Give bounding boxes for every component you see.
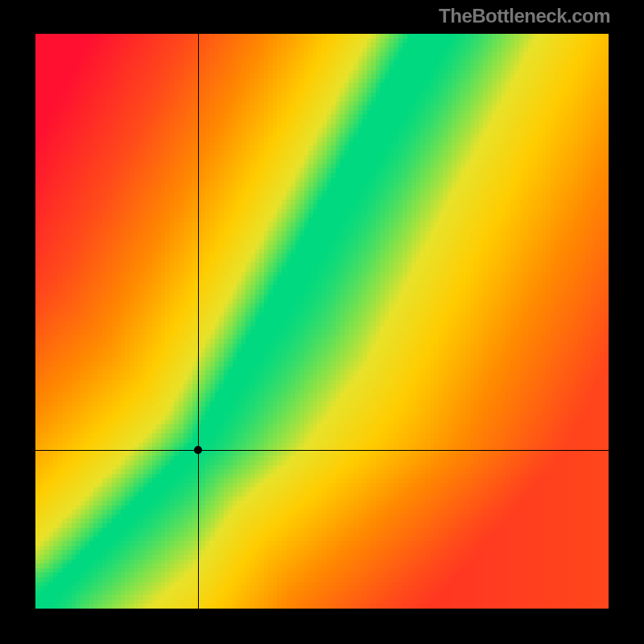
- watermark-text: TheBottleneck.com: [439, 5, 610, 27]
- heatmap-canvas: [35, 34, 609, 609]
- crosshair-vertical: [198, 34, 199, 609]
- crosshair-horizontal: [35, 450, 609, 451]
- marker-point: [194, 446, 202, 454]
- heatmap-plot: [35, 34, 609, 609]
